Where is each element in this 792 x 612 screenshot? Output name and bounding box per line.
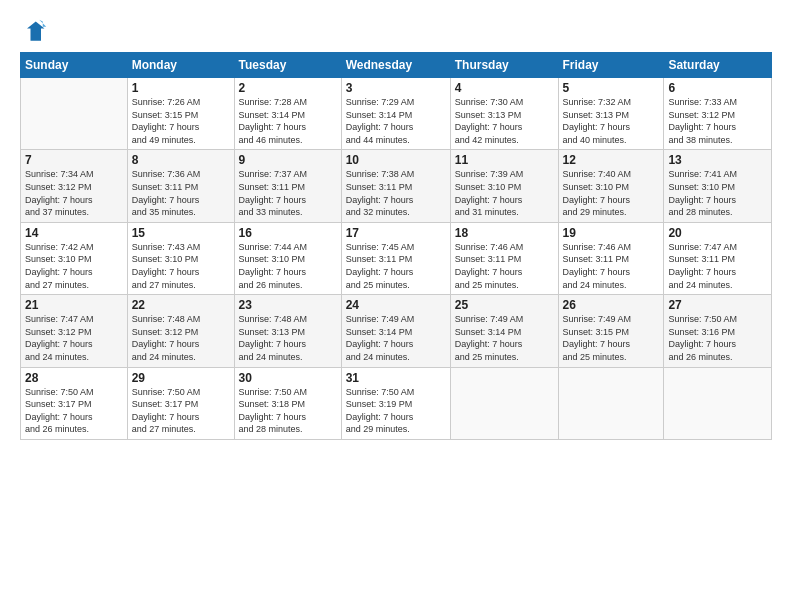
day-header-monday: Monday (127, 53, 234, 78)
calendar-cell: 12Sunrise: 7:40 AM Sunset: 3:10 PM Dayli… (558, 150, 664, 222)
calendar-cell: 29Sunrise: 7:50 AM Sunset: 3:17 PM Dayli… (127, 367, 234, 439)
cell-info: Sunrise: 7:45 AM Sunset: 3:11 PM Dayligh… (346, 241, 446, 291)
day-number: 26 (563, 298, 660, 312)
cell-info: Sunrise: 7:50 AM Sunset: 3:19 PM Dayligh… (346, 386, 446, 436)
cell-info: Sunrise: 7:47 AM Sunset: 3:12 PM Dayligh… (25, 313, 123, 363)
calendar-cell: 6Sunrise: 7:33 AM Sunset: 3:12 PM Daylig… (664, 78, 772, 150)
day-number: 2 (239, 81, 337, 95)
day-number: 30 (239, 371, 337, 385)
cell-info: Sunrise: 7:29 AM Sunset: 3:14 PM Dayligh… (346, 96, 446, 146)
calendar-cell: 16Sunrise: 7:44 AM Sunset: 3:10 PM Dayli… (234, 222, 341, 294)
cell-info: Sunrise: 7:47 AM Sunset: 3:11 PM Dayligh… (668, 241, 767, 291)
calendar-cell: 9Sunrise: 7:37 AM Sunset: 3:11 PM Daylig… (234, 150, 341, 222)
day-number: 29 (132, 371, 230, 385)
cell-info: Sunrise: 7:37 AM Sunset: 3:11 PM Dayligh… (239, 168, 337, 218)
cell-info: Sunrise: 7:40 AM Sunset: 3:10 PM Dayligh… (563, 168, 660, 218)
day-number: 12 (563, 153, 660, 167)
cell-info: Sunrise: 7:39 AM Sunset: 3:10 PM Dayligh… (455, 168, 554, 218)
calendar-cell: 26Sunrise: 7:49 AM Sunset: 3:15 PM Dayli… (558, 295, 664, 367)
day-number: 15 (132, 226, 230, 240)
day-header-saturday: Saturday (664, 53, 772, 78)
cell-info: Sunrise: 7:38 AM Sunset: 3:11 PM Dayligh… (346, 168, 446, 218)
cell-info: Sunrise: 7:48 AM Sunset: 3:13 PM Dayligh… (239, 313, 337, 363)
cell-info: Sunrise: 7:43 AM Sunset: 3:10 PM Dayligh… (132, 241, 230, 291)
day-number: 6 (668, 81, 767, 95)
day-number: 28 (25, 371, 123, 385)
cell-info: Sunrise: 7:50 AM Sunset: 3:18 PM Dayligh… (239, 386, 337, 436)
cell-info: Sunrise: 7:49 AM Sunset: 3:14 PM Dayligh… (346, 313, 446, 363)
cell-info: Sunrise: 7:50 AM Sunset: 3:17 PM Dayligh… (25, 386, 123, 436)
calendar-cell: 25Sunrise: 7:49 AM Sunset: 3:14 PM Dayli… (450, 295, 558, 367)
calendar-cell: 24Sunrise: 7:49 AM Sunset: 3:14 PM Dayli… (341, 295, 450, 367)
day-number: 22 (132, 298, 230, 312)
day-header-tuesday: Tuesday (234, 53, 341, 78)
day-number: 24 (346, 298, 446, 312)
calendar-cell: 7Sunrise: 7:34 AM Sunset: 3:12 PM Daylig… (21, 150, 128, 222)
cell-info: Sunrise: 7:49 AM Sunset: 3:14 PM Dayligh… (455, 313, 554, 363)
header (20, 18, 772, 46)
calendar-cell: 30Sunrise: 7:50 AM Sunset: 3:18 PM Dayli… (234, 367, 341, 439)
calendar-cell: 20Sunrise: 7:47 AM Sunset: 3:11 PM Dayli… (664, 222, 772, 294)
day-number: 4 (455, 81, 554, 95)
cell-info: Sunrise: 7:49 AM Sunset: 3:15 PM Dayligh… (563, 313, 660, 363)
calendar-week-1: 1Sunrise: 7:26 AM Sunset: 3:15 PM Daylig… (21, 78, 772, 150)
day-header-sunday: Sunday (21, 53, 128, 78)
day-number: 9 (239, 153, 337, 167)
cell-info: Sunrise: 7:28 AM Sunset: 3:14 PM Dayligh… (239, 96, 337, 146)
cell-info: Sunrise: 7:50 AM Sunset: 3:17 PM Dayligh… (132, 386, 230, 436)
calendar-header-row: SundayMondayTuesdayWednesdayThursdayFrid… (21, 53, 772, 78)
cell-info: Sunrise: 7:46 AM Sunset: 3:11 PM Dayligh… (455, 241, 554, 291)
calendar-cell: 8Sunrise: 7:36 AM Sunset: 3:11 PM Daylig… (127, 150, 234, 222)
day-number: 13 (668, 153, 767, 167)
cell-info: Sunrise: 7:36 AM Sunset: 3:11 PM Dayligh… (132, 168, 230, 218)
svg-marker-0 (27, 22, 45, 41)
calendar-cell (21, 78, 128, 150)
calendar-cell (558, 367, 664, 439)
day-number: 18 (455, 226, 554, 240)
calendar-cell: 4Sunrise: 7:30 AM Sunset: 3:13 PM Daylig… (450, 78, 558, 150)
calendar-week-3: 14Sunrise: 7:42 AM Sunset: 3:10 PM Dayli… (21, 222, 772, 294)
calendar-week-4: 21Sunrise: 7:47 AM Sunset: 3:12 PM Dayli… (21, 295, 772, 367)
day-number: 5 (563, 81, 660, 95)
day-number: 21 (25, 298, 123, 312)
calendar-cell: 31Sunrise: 7:50 AM Sunset: 3:19 PM Dayli… (341, 367, 450, 439)
day-number: 20 (668, 226, 767, 240)
calendar-cell: 11Sunrise: 7:39 AM Sunset: 3:10 PM Dayli… (450, 150, 558, 222)
calendar-cell: 23Sunrise: 7:48 AM Sunset: 3:13 PM Dayli… (234, 295, 341, 367)
cell-info: Sunrise: 7:41 AM Sunset: 3:10 PM Dayligh… (668, 168, 767, 218)
calendar-cell: 17Sunrise: 7:45 AM Sunset: 3:11 PM Dayli… (341, 222, 450, 294)
cell-info: Sunrise: 7:30 AM Sunset: 3:13 PM Dayligh… (455, 96, 554, 146)
day-number: 3 (346, 81, 446, 95)
cell-info: Sunrise: 7:44 AM Sunset: 3:10 PM Dayligh… (239, 241, 337, 291)
calendar-cell: 15Sunrise: 7:43 AM Sunset: 3:10 PM Dayli… (127, 222, 234, 294)
day-header-friday: Friday (558, 53, 664, 78)
calendar-cell: 18Sunrise: 7:46 AM Sunset: 3:11 PM Dayli… (450, 222, 558, 294)
day-header-wednesday: Wednesday (341, 53, 450, 78)
cell-info: Sunrise: 7:33 AM Sunset: 3:12 PM Dayligh… (668, 96, 767, 146)
day-number: 1 (132, 81, 230, 95)
calendar-cell: 2Sunrise: 7:28 AM Sunset: 3:14 PM Daylig… (234, 78, 341, 150)
day-number: 7 (25, 153, 123, 167)
day-number: 31 (346, 371, 446, 385)
day-header-thursday: Thursday (450, 53, 558, 78)
calendar-cell: 10Sunrise: 7:38 AM Sunset: 3:11 PM Dayli… (341, 150, 450, 222)
cell-info: Sunrise: 7:34 AM Sunset: 3:12 PM Dayligh… (25, 168, 123, 218)
calendar-cell (450, 367, 558, 439)
cell-info: Sunrise: 7:50 AM Sunset: 3:16 PM Dayligh… (668, 313, 767, 363)
day-number: 27 (668, 298, 767, 312)
calendar-cell: 19Sunrise: 7:46 AM Sunset: 3:11 PM Dayli… (558, 222, 664, 294)
calendar-week-5: 28Sunrise: 7:50 AM Sunset: 3:17 PM Dayli… (21, 367, 772, 439)
calendar-table: SundayMondayTuesdayWednesdayThursdayFrid… (20, 52, 772, 440)
calendar-cell: 13Sunrise: 7:41 AM Sunset: 3:10 PM Dayli… (664, 150, 772, 222)
day-number: 8 (132, 153, 230, 167)
cell-info: Sunrise: 7:42 AM Sunset: 3:10 PM Dayligh… (25, 241, 123, 291)
calendar-cell: 3Sunrise: 7:29 AM Sunset: 3:14 PM Daylig… (341, 78, 450, 150)
page: SundayMondayTuesdayWednesdayThursdayFrid… (0, 0, 792, 612)
day-number: 19 (563, 226, 660, 240)
calendar-cell: 27Sunrise: 7:50 AM Sunset: 3:16 PM Dayli… (664, 295, 772, 367)
calendar-cell: 28Sunrise: 7:50 AM Sunset: 3:17 PM Dayli… (21, 367, 128, 439)
calendar-week-2: 7Sunrise: 7:34 AM Sunset: 3:12 PM Daylig… (21, 150, 772, 222)
calendar-cell: 22Sunrise: 7:48 AM Sunset: 3:12 PM Dayli… (127, 295, 234, 367)
logo-icon (20, 18, 48, 46)
day-number: 16 (239, 226, 337, 240)
